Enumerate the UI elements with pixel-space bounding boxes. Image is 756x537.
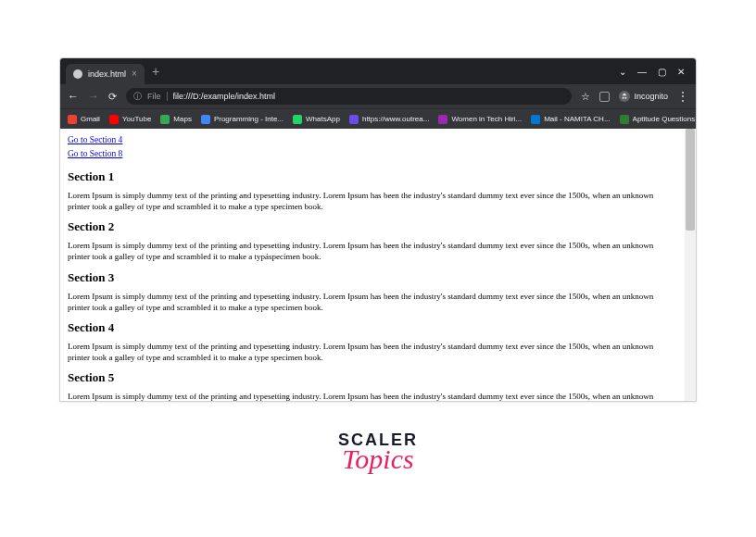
window-controls: ⌄ — ▢ ✕: [619, 67, 690, 77]
bookmark-favicon-icon: [293, 115, 302, 124]
section-heading: Section 4: [68, 320, 677, 335]
browser-tab[interactable]: index.html ×: [66, 64, 145, 84]
section-body: Lorem Ipsum is simply dummy text of the …: [68, 341, 677, 363]
bookmark-label: Gmail: [81, 115, 100, 123]
bookmark-item[interactable]: WhatsApp: [293, 115, 340, 124]
bookmark-item[interactable]: Aptitude Questions...: [620, 115, 697, 124]
anchor-link[interactable]: Go to Section 8: [68, 149, 122, 158]
tab-title: index.html: [88, 69, 126, 79]
file-icon: ⓘ: [133, 91, 142, 103]
bookmark-item[interactable]: Women in Tech Hiri...: [438, 115, 522, 124]
bookmark-favicon-icon: [68, 115, 77, 124]
bookmark-favicon-icon: [531, 115, 540, 124]
bookmark-item[interactable]: Gmail: [68, 115, 100, 124]
bookmark-label: WhatsApp: [306, 115, 340, 123]
close-window-button[interactable]: ✕: [677, 67, 685, 77]
bookmarks-bar: GmailYouTubeMapsProgramming - Inte...Wha…: [60, 108, 696, 129]
scrollbar-track[interactable]: [685, 129, 696, 401]
bookmark-favicon-icon: [438, 115, 447, 124]
url-scheme-label: File: [147, 92, 168, 101]
address-bar[interactable]: ⓘ File file:///D:/example/index.html: [126, 88, 572, 105]
bookmark-label: Programming - Inte...: [214, 115, 284, 123]
bookmark-label: Maps: [173, 115, 192, 123]
forward-button[interactable]: →: [88, 91, 99, 102]
brand-logo: SCALER Topics: [338, 431, 418, 471]
scrollbar-thumb[interactable]: [686, 129, 695, 231]
tab-strip: index.html × + ⌄ — ▢ ✕: [60, 58, 696, 84]
page-viewport: Go to Section 4Go to Section 8Section 1L…: [60, 129, 685, 401]
bookmark-item[interactable]: Mail - NAMITA CH...: [531, 115, 610, 124]
tab-favicon-icon: [73, 69, 82, 79]
bookmark-favicon-icon: [349, 115, 359, 124]
section-body: Lorem Ipsum is simply dummy text of the …: [68, 240, 677, 262]
section-heading: Section 5: [68, 370, 677, 385]
maximize-button[interactable]: ▢: [658, 67, 666, 77]
new-tab-button[interactable]: +: [152, 65, 159, 78]
browser-window: index.html × + ⌄ — ▢ ✕ ← → ⟳ ⓘ File file…: [59, 57, 697, 402]
section-body: Lorem Ipsum is simply dummy text of the …: [68, 291, 677, 313]
minimize-button[interactable]: —: [637, 67, 647, 77]
bookmark-label: Aptitude Questions...: [633, 115, 697, 123]
bookmark-favicon-icon: [620, 115, 629, 124]
chevron-down-icon[interactable]: ⌄: [619, 67, 626, 77]
brand-bottom-text: Topics: [338, 446, 418, 471]
section-heading: Section 1: [68, 169, 677, 184]
bookmark-star-icon[interactable]: ☆: [581, 91, 590, 103]
kebab-menu-icon[interactable]: ⋮: [677, 94, 688, 99]
reload-button[interactable]: ⟳: [108, 91, 117, 103]
section-body: Lorem Ipsum is simply dummy text of the …: [68, 190, 677, 212]
section-heading: Section 3: [68, 270, 677, 285]
bookmark-favicon-icon: [160, 115, 170, 124]
extensions-icon[interactable]: [599, 92, 610, 102]
bookmark-favicon-icon: [201, 115, 210, 124]
bookmark-label: Mail - NAMITA CH...: [544, 115, 610, 123]
bookmark-label: Women in Tech Hiri...: [451, 115, 522, 123]
profile-badge[interactable]: Incognito: [619, 91, 668, 102]
bookmark-favicon-icon: [109, 115, 119, 124]
bookmark-item[interactable]: https://www.outrea...: [349, 115, 429, 124]
section-body: Lorem Ipsum is simply dummy text of the …: [68, 391, 677, 401]
anchor-link[interactable]: Go to Section 4: [68, 135, 122, 144]
close-tab-icon[interactable]: ×: [132, 69, 137, 79]
back-button[interactable]: ←: [68, 91, 79, 102]
profile-label: Incognito: [634, 92, 668, 101]
bookmark-item[interactable]: YouTube: [109, 115, 151, 124]
bookmark-item[interactable]: Maps: [160, 115, 192, 124]
toolbar: ← → ⟳ ⓘ File file:///D:/example/index.ht…: [60, 84, 696, 108]
bookmark-label: YouTube: [122, 115, 151, 123]
bookmark-label: https://www.outrea...: [362, 115, 429, 123]
bookmark-item[interactable]: Programming - Inte...: [201, 115, 284, 124]
url-text: file:///D:/example/index.html: [173, 92, 276, 101]
toolbar-right: ☆ Incognito ⋮: [581, 91, 688, 103]
incognito-icon: [619, 91, 630, 102]
section-heading: Section 2: [68, 219, 677, 234]
